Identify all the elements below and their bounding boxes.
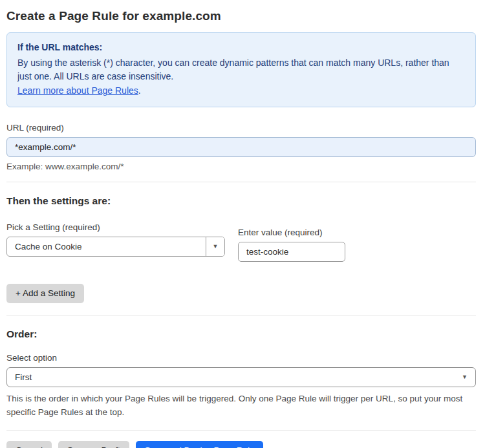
- order-help-text: This is the order in which your Page Rul…: [6, 392, 472, 420]
- settings-section-heading: Then the settings are:: [6, 195, 476, 207]
- page-title: Create a Page Rule for example.com: [6, 9, 476, 23]
- url-input[interactable]: [6, 137, 476, 157]
- learn-more-link[interactable]: Learn more about Page Rules: [17, 85, 138, 96]
- dropdown-arrow-icon: ▼: [213, 243, 219, 250]
- url-example-text: Example: www.example.com/*: [6, 162, 476, 171]
- setting-value-input[interactable]: [238, 242, 345, 262]
- setting-select[interactable]: Cache on Cookie ▼: [6, 237, 225, 257]
- order-select-value: First: [15, 372, 462, 382]
- info-box-link-line: Learn more about Page Rules.: [17, 84, 465, 98]
- save-as-draft-button[interactable]: Save as Draft: [58, 441, 129, 448]
- cancel-button[interactable]: Cancel: [6, 441, 52, 448]
- value-input-label: Enter value (required): [238, 228, 345, 237]
- order-section-heading: Order:: [6, 328, 476, 340]
- footer-buttons: Cancel Save as Draft Save and Deploy Pag…: [6, 441, 476, 448]
- url-field-label: URL (required): [6, 123, 476, 133]
- divider: [6, 430, 476, 431]
- chevron-down-icon: ▼: [462, 374, 468, 380]
- divider: [6, 182, 476, 182]
- value-column: Enter value (required): [238, 228, 345, 262]
- settings-row: Pick a Setting (required) Cache on Cooki…: [6, 222, 476, 262]
- order-select-label: Select option: [6, 353, 476, 363]
- url-match-info-box: If the URL matches: By using the asteris…: [6, 32, 476, 107]
- add-setting-button[interactable]: + Add a Setting: [6, 284, 84, 303]
- save-and-deploy-button[interactable]: Save and Deploy Page Rule: [136, 441, 264, 448]
- add-setting-wrap: + Add a Setting: [6, 284, 476, 303]
- info-link-suffix: .: [138, 85, 141, 96]
- order-select[interactable]: First ▼: [6, 367, 476, 387]
- setting-select-arrow-button[interactable]: ▼: [206, 237, 224, 256]
- page-rule-form: Create a Page Rule for example.com If th…: [0, 0, 485, 448]
- setting-column: Pick a Setting (required) Cache on Cooki…: [6, 222, 225, 257]
- setting-select-label: Pick a Setting (required): [6, 222, 225, 232]
- setting-select-value: Cache on Cookie: [7, 237, 206, 256]
- info-box-heading: If the URL matches:: [17, 41, 465, 55]
- info-box-body: By using the asterisk (*) character, you…: [17, 56, 464, 84]
- divider: [6, 315, 476, 315]
